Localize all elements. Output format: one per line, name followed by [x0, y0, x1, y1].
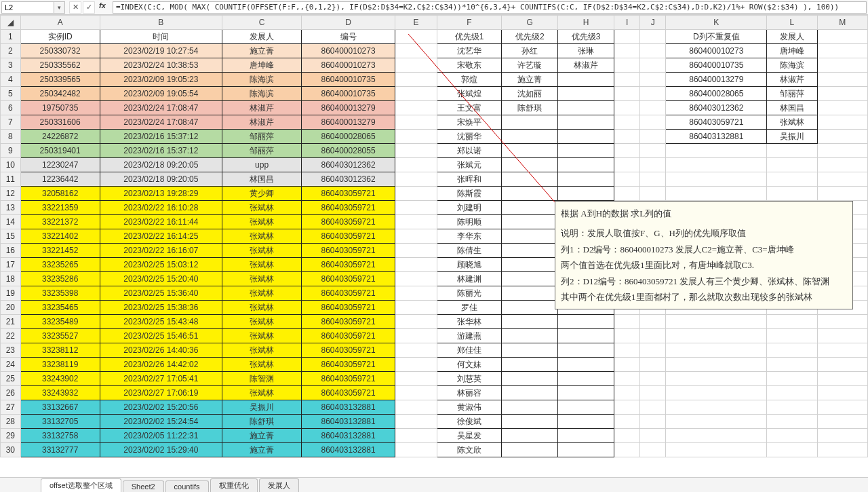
- cell-A2[interactable]: 250330732: [20, 44, 100, 58]
- cell-C3[interactable]: 唐坤峰: [222, 58, 302, 73]
- cell-E11[interactable]: [395, 172, 437, 187]
- cell-M29[interactable]: [817, 429, 867, 443]
- cell-J2[interactable]: [640, 44, 666, 58]
- cell-C17[interactable]: 张斌林: [222, 258, 302, 272]
- cell-I23[interactable]: [614, 343, 639, 358]
- cell-I12[interactable]: [614, 187, 639, 201]
- cell-D18[interactable]: 860403059721: [302, 272, 395, 286]
- cell-B9[interactable]: 2023/02/16 15:37:12: [100, 144, 222, 158]
- row[interactable]: 27331326672023/02/02 15:20:56吴振川86040313…: [1, 400, 868, 415]
- cell-E8[interactable]: [395, 130, 437, 144]
- row[interactable]: 21332354892023/02/25 15:43:48张斌林86040305…: [1, 315, 868, 329]
- cell-M2[interactable]: [817, 44, 867, 58]
- cell-F1[interactable]: 优先级1: [437, 30, 502, 44]
- cell-B30[interactable]: 2023/02/02 15:29:40: [100, 443, 222, 457]
- cell-I7[interactable]: [614, 115, 639, 130]
- cell-A29[interactable]: 33132758: [20, 429, 100, 443]
- row-header[interactable]: 15: [1, 229, 21, 244]
- cell-G25[interactable]: [502, 372, 558, 386]
- row[interactable]: 28331327052023/02/02 15:24:54陈舒琪86040313…: [1, 415, 868, 429]
- cell-F21[interactable]: 张华林: [437, 315, 502, 329]
- col-header[interactable]: B: [100, 16, 222, 30]
- row-header[interactable]: 21: [1, 315, 21, 329]
- cell-B1[interactable]: 时间: [100, 30, 222, 44]
- cell-J21[interactable]: [640, 315, 666, 329]
- cell-B5[interactable]: 2023/02/09 19:05:54: [100, 87, 222, 101]
- cancel-formula-icon[interactable]: ✕: [69, 1, 81, 14]
- cell-B29[interactable]: 2023/02/05 11:22:31: [100, 429, 222, 443]
- cell-B20[interactable]: 2023/02/25 15:38:36: [100, 301, 222, 315]
- cell-E10[interactable]: [395, 158, 437, 172]
- cell-A27[interactable]: 33132667: [20, 400, 100, 415]
- cell-C23[interactable]: 张斌林: [222, 343, 302, 358]
- cell-H2[interactable]: 张琳: [558, 44, 614, 58]
- cell-D23[interactable]: 860403059721: [302, 343, 395, 358]
- cell-G3[interactable]: 许艺璇: [502, 58, 558, 73]
- cell-M11[interactable]: [817, 172, 867, 187]
- cell-C12[interactable]: 黄少卿: [222, 187, 302, 201]
- cell-E16[interactable]: [395, 244, 437, 258]
- row-header[interactable]: 5: [1, 87, 21, 101]
- cell-G20[interactable]: [502, 301, 558, 315]
- cell-B7[interactable]: 2023/02/24 17:08:47: [100, 115, 222, 130]
- cell-M8[interactable]: [817, 130, 867, 144]
- cell-K25[interactable]: [666, 372, 767, 386]
- cell-M10[interactable]: [817, 158, 867, 172]
- cell-M27[interactable]: [817, 400, 867, 415]
- cell-G7[interactable]: [502, 115, 558, 130]
- cell-G22[interactable]: [502, 329, 558, 343]
- row-header[interactable]: 8: [1, 130, 21, 144]
- cell-I21[interactable]: [614, 315, 639, 329]
- cell-H6[interactable]: [558, 101, 614, 115]
- row[interactable]: 12320581622023/02/13 19:28:29黄少卿86040305…: [1, 187, 868, 201]
- row-header[interactable]: 7: [1, 115, 21, 130]
- cell-M4[interactable]: [817, 73, 867, 87]
- row-header[interactable]: 29: [1, 429, 21, 443]
- cell-A6[interactable]: 19750735: [20, 101, 100, 115]
- cell-I22[interactable]: [614, 329, 639, 343]
- cell-D10[interactable]: 860403012362: [302, 158, 395, 172]
- cell-E28[interactable]: [395, 415, 437, 429]
- cell-I25[interactable]: [614, 372, 639, 386]
- cell-F28[interactable]: 徐俊斌: [437, 415, 502, 429]
- cell-A25[interactable]: 33243902: [20, 372, 100, 386]
- cell-E5[interactable]: [395, 87, 437, 101]
- row-header[interactable]: 28: [1, 415, 21, 429]
- row-header[interactable]: 14: [1, 215, 21, 229]
- cell-F27[interactable]: 黄淑伟: [437, 400, 502, 415]
- cell-I3[interactable]: [614, 58, 639, 73]
- cell-C4[interactable]: 陈海滨: [222, 73, 302, 87]
- cell-G11[interactable]: [502, 172, 558, 187]
- name-box-dropdown[interactable]: ▾: [54, 1, 65, 14]
- cell-B22[interactable]: 2023/02/25 15:46:51: [100, 329, 222, 343]
- row[interactable]: 72503316062023/02/24 17:08:47林淑芹86040001…: [1, 115, 868, 130]
- cell-A1[interactable]: 实例ID: [20, 30, 100, 44]
- cell-J26[interactable]: [640, 386, 666, 400]
- cell-C9[interactable]: 邹丽萍: [222, 144, 302, 158]
- row-header[interactable]: 11: [1, 172, 21, 187]
- cell-B4[interactable]: 2023/02/09 19:05:23: [100, 73, 222, 87]
- cell-G5[interactable]: 沈如丽: [502, 87, 558, 101]
- cell-D6[interactable]: 860400013279: [302, 101, 395, 115]
- cell-D1[interactable]: 编号: [302, 30, 395, 44]
- cell-F30[interactable]: 陈文欣: [437, 443, 502, 457]
- row-header[interactable]: 10: [1, 158, 21, 172]
- cell-A16[interactable]: 33221452: [20, 244, 100, 258]
- cell-L26[interactable]: [767, 386, 817, 400]
- row[interactable]: 32503355622023/02/24 10:38:53唐坤峰86040001…: [1, 58, 868, 73]
- cell-J22[interactable]: [640, 329, 666, 343]
- cell-J8[interactable]: [640, 130, 666, 144]
- cell-K22[interactable]: [666, 329, 767, 343]
- cell-G6[interactable]: 陈舒琪: [502, 101, 558, 115]
- cell-B21[interactable]: 2023/02/25 15:43:48: [100, 315, 222, 329]
- row[interactable]: 25332439022023/02/27 17:05:41陈智渊86040305…: [1, 372, 868, 386]
- cell-M22[interactable]: [817, 329, 867, 343]
- cell-J1[interactable]: [640, 30, 666, 44]
- cell-D14[interactable]: 860403059721: [302, 215, 395, 229]
- cell-L29[interactable]: [767, 429, 817, 443]
- cell-F2[interactable]: 沈艺华: [437, 44, 502, 58]
- cell-I27[interactable]: [614, 400, 639, 415]
- row[interactable]: 8242268722023/02/16 15:37:12邹丽萍860400028…: [1, 130, 868, 144]
- cell-C11[interactable]: 林国昌: [222, 172, 302, 187]
- cell-H11[interactable]: [558, 172, 614, 187]
